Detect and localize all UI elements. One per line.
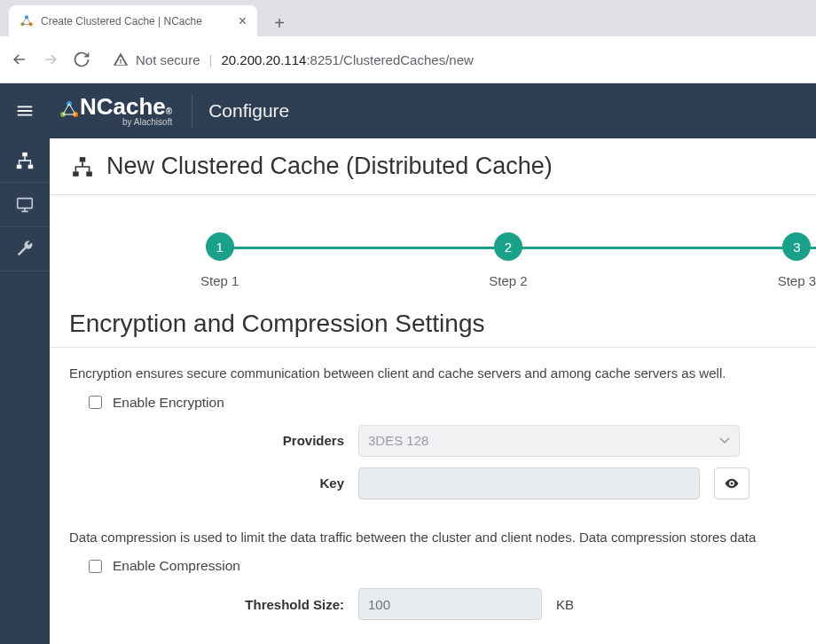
reload-button[interactable] <box>73 51 90 68</box>
security-text: Not secure <box>136 52 200 67</box>
new-tab-button[interactable]: + <box>266 10 293 36</box>
tab-title: Create Clustered Cache | NCache <box>41 15 231 27</box>
tab-favicon-icon <box>20 14 34 28</box>
step-label: Step 1 <box>200 273 239 288</box>
address-bar[interactable]: Not secure | 20.200.20.114:8251/Clustere… <box>104 51 805 67</box>
enable-encryption-row[interactable]: Enable Encryption <box>50 384 816 420</box>
forward-button[interactable] <box>42 51 59 68</box>
sidebar-item-tools[interactable] <box>0 227 50 271</box>
enable-compression-label: Enable Compression <box>113 558 240 574</box>
sitemap-icon <box>71 155 94 178</box>
step-circle: 3 <box>782 232 811 261</box>
encryption-description: Encryption ensures secure communication … <box>50 364 816 384</box>
security-warning: Not secure <box>113 51 200 67</box>
svg-rect-10 <box>80 157 86 161</box>
sidebar-item-monitor[interactable] <box>0 183 50 227</box>
svg-rect-12 <box>86 171 92 176</box>
sidebar <box>0 138 50 644</box>
step-label: Step 2 <box>489 273 527 288</box>
header-divider <box>192 94 192 128</box>
tab-close-icon[interactable]: × <box>239 13 247 29</box>
enable-encryption-checkbox[interactable] <box>89 396 102 409</box>
section-title: Encryption and Compression Settings <box>50 297 816 348</box>
app-header: NCache® by Alachisoft Configure <box>0 83 816 138</box>
enable-encryption-label: Enable Encryption <box>113 395 224 411</box>
monitor-icon <box>15 195 35 215</box>
main-content: New Clustered Cache (Distributed Cache) … <box>50 138 816 644</box>
enable-compression-row[interactable]: Enable Compression <box>50 547 816 583</box>
url-path: :8251/ClusteredCaches/new <box>306 52 473 67</box>
page-title: New Clustered Cache (Distributed Cache) <box>106 153 553 180</box>
brand-logo[interactable]: NCache® by Alachisoft <box>50 93 181 129</box>
svg-rect-6 <box>22 152 27 156</box>
browser-toolbar: Not secure | 20.200.20.114:8251/Clustere… <box>0 36 816 83</box>
back-button[interactable] <box>11 51 28 68</box>
step-circle: 1 <box>206 232 234 261</box>
url-host: 20.200.20.114 <box>221 52 306 67</box>
step-2[interactable]: 2 Step 2 <box>489 232 527 288</box>
providers-label: Providers <box>69 433 344 448</box>
browser-tab-strip: Create Clustered Cache | NCache × + <box>0 0 816 36</box>
step-3[interactable]: 3 Step 3 <box>778 232 816 288</box>
menu-toggle-button[interactable] <box>0 101 50 121</box>
sitemap-icon <box>15 151 35 170</box>
eye-icon <box>724 475 740 491</box>
browser-tab[interactable]: Create Clustered Cache | NCache × <box>9 5 257 36</box>
address-separator: | <box>209 52 213 67</box>
key-input[interactable] <box>358 467 700 499</box>
logo-icon <box>59 99 80 123</box>
step-1[interactable]: 1 Step 1 <box>200 232 239 288</box>
hamburger-icon <box>15 101 35 121</box>
key-label: Key <box>69 475 344 491</box>
enable-compression-checkbox[interactable] <box>89 560 102 573</box>
threshold-unit: KB <box>556 597 574 612</box>
warning-triangle-icon <box>113 51 129 67</box>
brand-reg: ® <box>166 107 172 116</box>
svg-point-0 <box>25 15 28 19</box>
brand-name: NCache <box>80 95 166 118</box>
step-circle: 2 <box>494 232 522 261</box>
reveal-key-button[interactable] <box>714 467 749 499</box>
svg-rect-8 <box>28 164 33 169</box>
threshold-input[interactable] <box>358 588 542 620</box>
threshold-label: Threshold Size: <box>69 597 344 612</box>
svg-rect-7 <box>17 164 22 169</box>
svg-rect-9 <box>18 198 33 208</box>
wizard-stepper: 1 Step 1 2 Step 2 3 Step 3 <box>200 232 816 288</box>
compression-description: Data compression is used to limit the da… <box>50 528 816 548</box>
svg-rect-11 <box>73 171 79 176</box>
step-label: Step 3 <box>778 273 816 288</box>
header-section-title: Configure <box>208 100 289 122</box>
wrench-icon <box>15 240 35 259</box>
page-title-bar: New Clustered Cache (Distributed Cache) <box>50 138 816 195</box>
brand-subtitle: by Alachisoft <box>122 118 172 127</box>
providers-select[interactable]: 3DES 128 <box>358 425 740 457</box>
sidebar-item-cluster[interactable] <box>0 138 50 183</box>
